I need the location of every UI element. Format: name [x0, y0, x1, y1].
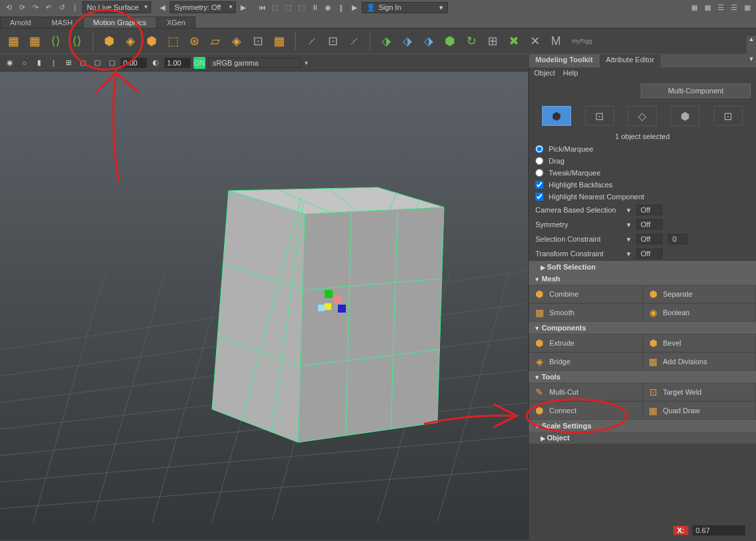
go-start-icon[interactable]: ⏮ — [256, 1, 268, 13]
shelf-m-icon[interactable]: M — [547, 32, 565, 50]
shelf-grid4-icon[interactable]: ⊞ — [483, 32, 502, 50]
panel3-icon[interactable]: ☰ — [715, 1, 727, 13]
add-divisions-button[interactable]: ▦Add Divisions — [643, 352, 757, 371]
quad-draw-button[interactable]: ▦Quad Draw — [643, 401, 757, 420]
panel1-icon[interactable]: ▦ — [688, 1, 700, 13]
live-surface-dropdown[interactable]: No Live Surface — [82, 1, 151, 13]
check-backfaces[interactable] — [535, 181, 543, 189]
check-nearest[interactable] — [535, 193, 543, 201]
exposure-input[interactable] — [121, 58, 147, 68]
pause2-icon[interactable]: ‖ — [335, 1, 347, 13]
shelf-bracket2-icon[interactable]: ⟨⟩ — [68, 32, 86, 50]
tab-motion-graphics[interactable]: Motion Graphics — [83, 17, 156, 28]
smooth-button[interactable]: ▦Smooth — [529, 303, 643, 322]
separate-button[interactable]: ⬢Separate — [643, 285, 757, 303]
colorspace-dropdown[interactable]: sRGB gamma — [208, 58, 301, 68]
symmetry2-dropdown[interactable]: Off — [636, 219, 663, 230]
shelf-shield1-icon[interactable]: ⬗ — [398, 32, 417, 50]
grid-icon[interactable]: ⊞ — [62, 57, 74, 69]
tab-modeling-toolkit[interactable]: Modeling Toolkit — [529, 54, 600, 68]
tab-arnold[interactable]: Arnold — [0, 17, 41, 28]
shelf-scroll[interactable]: ▲▼ — [747, 36, 756, 62]
bridge-button[interactable]: ◈Bridge — [529, 352, 643, 371]
gamma-input[interactable] — [164, 58, 191, 68]
camera-sel-dropdown[interactable]: Off — [636, 205, 663, 215]
ipr-icon[interactable]: ⬚ — [296, 1, 307, 13]
panel2-icon[interactable]: ▦ — [702, 1, 714, 13]
section-scale-settings[interactable]: Scale Settings — [529, 420, 756, 432]
extrude-button[interactable]: ⬢Extrude — [529, 334, 643, 352]
shelf-tools-icon[interactable]: ✕ — [525, 32, 544, 50]
shelf-cube-icon[interactable]: ⬢ — [100, 32, 119, 50]
tab-mash[interactable]: MASH — [42, 17, 83, 28]
radio-pick[interactable] — [535, 145, 543, 153]
shelf-layer-icon[interactable]: ▱ — [206, 32, 225, 50]
shelf-grid2-icon[interactable]: ▦ — [25, 32, 44, 50]
cam-icon[interactable]: ▢ — [77, 57, 89, 69]
arrow3-icon[interactable]: ↺ — [56, 1, 68, 13]
mode-object-button[interactable]: ⬢ — [542, 106, 571, 126]
menu-object[interactable]: Object — [534, 69, 555, 78]
section-mesh[interactable]: Mesh — [529, 273, 756, 285]
section-components[interactable]: Components — [529, 322, 756, 334]
render1-icon[interactable]: ⬚ — [269, 1, 281, 13]
iso-icon[interactable]: ◉ — [4, 57, 16, 69]
symmetry-dropdown[interactable]: Symmetry: Off — [170, 1, 236, 13]
toggle-icon[interactable]: ◐ — [150, 57, 162, 69]
signin-button[interactable]: 👤 Sign In ▾ — [362, 2, 448, 13]
panel5-icon[interactable]: ▦ — [741, 1, 753, 13]
menu-help[interactable]: Help — [563, 69, 578, 78]
shelf-stack-icon[interactable]: ◈ — [227, 32, 246, 50]
undo-icon[interactable]: ⟲ — [3, 1, 15, 13]
circle-icon[interactable]: ○ — [19, 57, 30, 69]
shelf-arrow-icon[interactable]: ↻ — [462, 32, 480, 50]
multi-component-button[interactable]: Multi-Component — [641, 83, 751, 98]
shelf-sphere-icon[interactable]: ⊛ — [185, 32, 203, 50]
box3-icon[interactable]: ▢ — [106, 57, 118, 69]
redo-icon[interactable]: ⟳ — [16, 1, 28, 13]
sel-constraint-dropdown[interactable]: Off — [636, 234, 663, 244]
pause-icon[interactable]: ⏸ — [309, 1, 321, 13]
on-icon[interactable]: ON — [193, 57, 205, 69]
boolean-button[interactable]: ◉Boolean — [643, 303, 757, 322]
shelf-edge2-icon[interactable]: ⊡ — [323, 32, 342, 50]
shelf-edge3-icon[interactable]: ⟋ — [345, 32, 363, 50]
split-icon[interactable]: ▮ — [33, 57, 45, 69]
multicut-button[interactable]: ✎Multi-Cut — [529, 383, 643, 401]
mode-uv-button[interactable]: ⊡ — [714, 106, 743, 126]
shelf-box-icon[interactable]: ⬢ — [441, 32, 459, 50]
shelf-grid1-icon[interactable]: ▦ — [4, 32, 23, 50]
shelf-shield2-icon[interactable]: ⬗ — [419, 32, 438, 50]
trans-constraint-dropdown[interactable]: Off — [636, 248, 663, 259]
shelf-flag1-icon[interactable]: ⬗ — [377, 32, 396, 50]
render2-icon[interactable]: ⬚ — [282, 1, 294, 13]
tab-xgen[interactable]: XGen — [157, 17, 195, 28]
scale-x-input[interactable] — [692, 525, 745, 536]
nav-left-icon[interactable]: ◀ — [156, 1, 168, 13]
shelf-group-icon[interactable]: ⬚ — [164, 32, 182, 50]
section-object[interactable]: Object — [529, 432, 756, 444]
target-weld-button[interactable]: ⊡Target Weld — [643, 383, 757, 401]
mode-edge-button[interactable]: ◇ — [627, 106, 657, 126]
radio-tweak[interactable] — [535, 169, 543, 177]
bevel-button[interactable]: ⬢Bevel — [643, 334, 757, 352]
shelf-grid3-icon[interactable]: ▦ — [270, 32, 288, 50]
arrow-icon[interactable]: ↷ — [29, 1, 41, 13]
shelf-target-icon[interactable]: ⊡ — [248, 32, 267, 50]
tab-attribute-editor[interactable]: Attribute Editor — [600, 54, 661, 68]
stop2-icon[interactable]: ◉ — [322, 1, 334, 13]
nav-right-icon[interactable]: ▶ — [237, 1, 249, 13]
box2-icon[interactable]: ▢ — [91, 57, 103, 69]
combine-button[interactable]: ⬢Combine — [529, 285, 643, 303]
mode-face-button[interactable]: ⬢ — [671, 106, 700, 126]
panel4-icon[interactable]: ☰ — [728, 1, 740, 13]
shelf-cross-icon[interactable]: ✖ — [504, 32, 523, 50]
shelf-bracket1-icon[interactable]: ⟨⟩ — [46, 32, 65, 50]
section-soft-selection[interactable]: Soft Selection — [529, 261, 756, 273]
radio-drag[interactable] — [535, 157, 543, 165]
arrow2-icon[interactable]: ↶ — [42, 1, 54, 13]
connect-button[interactable]: ⬢Connect — [529, 401, 643, 420]
shelf-package-icon[interactable]: ⬢ — [142, 32, 161, 50]
mode-vertex-button[interactable]: ⊡ — [585, 106, 614, 126]
section-tools[interactable]: Tools — [529, 371, 756, 383]
